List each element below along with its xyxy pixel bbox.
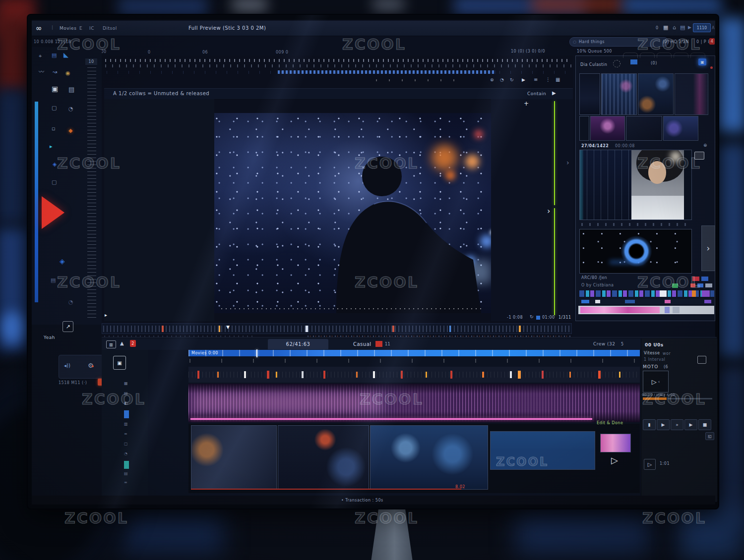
viewer-tab-label[interactable]: A 1/2 collws = Unmuted & released <box>113 91 209 96</box>
side-flyout-panel[interactable]: › <box>701 225 715 271</box>
space-monitor[interactable] <box>579 229 692 274</box>
tool-card2-icon[interactable]: ▤ <box>51 278 56 283</box>
timeline-clip-3[interactable] <box>370 425 488 490</box>
timeline-center-label[interactable]: Casual <box>353 341 372 347</box>
scroll-playhead-icon[interactable]: ▼ <box>226 325 230 330</box>
timeline-panel-icon[interactable]: ▥ <box>106 340 116 348</box>
timeline-clip-4[interactable] <box>490 431 595 470</box>
crosshair-icon[interactable]: + <box>524 100 529 107</box>
tool-page-icon[interactable]: ▢ <box>52 105 57 111</box>
bin-loupe-icon[interactable]: ⊕ <box>703 143 707 148</box>
speaker-icon[interactable]: ◂)) <box>64 363 70 368</box>
inspector-preview-box[interactable]: ▷ ‹ <box>643 371 669 392</box>
track-icon-1[interactable]: ▦ <box>124 382 128 386</box>
dashed-circle-icon[interactable] <box>613 60 620 67</box>
big-play-marker[interactable] <box>42 196 64 229</box>
bin-thumb-1[interactable] <box>601 73 637 115</box>
tool-orb-icon[interactable]: ◉ <box>65 70 70 76</box>
track-icon-6[interactable]: ▢ <box>124 442 128 446</box>
app-logo-icon[interactable]: ∞ <box>36 24 42 33</box>
timeline-playhead[interactable] <box>256 349 257 357</box>
tool-panel-icon[interactable]: ▤ <box>68 86 74 93</box>
viewer-plus-icon[interactable]: ⊕ <box>490 78 494 82</box>
active-view-icon[interactable]: ▣ <box>698 58 706 65</box>
tool-box-icon[interactable]: ▢ <box>52 179 57 185</box>
clip-play-overlay-icon[interactable]: ▷ <box>611 455 618 465</box>
tool-ramp-icon[interactable]: ◣ <box>63 52 68 58</box>
bin-thumb-4[interactable] <box>579 116 589 141</box>
bin-thumb-sliver[interactable] <box>579 73 600 115</box>
track-chip-blue[interactable] <box>124 410 129 418</box>
film-ruler-top[interactable] <box>105 59 571 62</box>
left-edge-play-marker[interactable]: ▸ <box>105 312 108 318</box>
panel-expand-chevron-dim[interactable]: › <box>566 159 569 167</box>
program-monitor-frame[interactable] <box>214 113 491 313</box>
mini-play-button[interactable]: ▷ <box>644 459 656 470</box>
timeline-clip-2[interactable] <box>278 425 369 490</box>
search-box[interactable]: ○ Hard things <box>569 37 669 47</box>
timeline-clip-1[interactable] <box>191 425 277 490</box>
notification-badge[interactable]: 4 <box>709 38 715 45</box>
play-mini-icon[interactable]: ▶ <box>688 25 691 30</box>
viewer-dots-icon[interactable]: ⋮ <box>546 77 551 82</box>
menu-item-ic[interactable]: IC <box>89 26 94 31</box>
project-tab-bump[interactable] <box>674 53 688 58</box>
tool-play-icon[interactable]: ▸ <box>50 144 53 149</box>
bin-thumb-3[interactable] <box>675 73 708 115</box>
segment-strip-blue[interactable] <box>278 70 496 74</box>
tool-mask-icon[interactable]: ▣ <box>52 85 58 92</box>
clip-strip-sparse[interactable] <box>579 299 714 304</box>
tool-moon-icon[interactable]: ◔ <box>68 106 73 112</box>
panel-expand-chevron[interactable]: › <box>547 206 551 216</box>
preview-toggle-icon[interactable]: ▣ <box>113 356 126 370</box>
clip-row-2[interactable]: O by Cistbiana <box>581 283 614 287</box>
viewer-tab-play-icon[interactable]: ▶ <box>552 91 556 96</box>
transport-play-button[interactable]: ▶ <box>657 419 670 430</box>
tool-flame-icon[interactable]: ◆ <box>68 128 72 133</box>
transport-stop-button[interactable]: ■ <box>698 419 711 430</box>
source-pip-icon[interactable] <box>694 152 704 160</box>
workspace-grid-icon[interactable]: ▦ <box>663 25 668 30</box>
viewer-refresh-icon[interactable]: ↻ <box>510 78 514 82</box>
track-icon-4[interactable]: ▥ <box>124 422 128 426</box>
export-button[interactable]: ↗ <box>62 321 73 332</box>
inspector-checkbox[interactable] <box>697 356 706 364</box>
menu-item-movies[interactable]: Movies <box>60 26 76 31</box>
monitor-controls-row[interactable]: 10 (0) (3 0) 0/0 <box>511 49 545 54</box>
tool-ripple-icon[interactable]: 〰 <box>39 69 44 75</box>
audio-waveform-track[interactable] <box>188 384 640 422</box>
viewer-grid-icon[interactable]: ▦ <box>556 77 560 82</box>
track-icon-5[interactable]: ≡ <box>124 432 127 436</box>
home-icon[interactable]: ⌂ <box>673 25 676 30</box>
tool-chip-icon[interactable]: ▫ <box>52 126 55 131</box>
transport-pause-button[interactable]: ▮ <box>643 419 656 430</box>
left-blue-slider[interactable] <box>35 102 38 302</box>
timecode-pill[interactable]: 1110 <box>693 23 711 32</box>
track-icon-9[interactable]: ≡ <box>124 481 127 485</box>
transport-play2-button[interactable]: ▶ <box>684 419 697 430</box>
frame-scrub-dashes[interactable] <box>221 308 484 309</box>
sequence-tab[interactable]: 62/41:63 <box>268 339 328 349</box>
viewer-menu-icon[interactable]: ≡ <box>534 77 538 82</box>
track-icon-7[interactable]: ◔ <box>124 452 127 456</box>
inspector-field1-label[interactable]: Vitesse <box>644 351 660 355</box>
inspector-field1-value[interactable]: wor <box>663 351 671 356</box>
track-icon-8[interactable]: ▤ <box>124 472 128 476</box>
timeline-clip-5[interactable] <box>600 434 631 452</box>
film-ruler-bottom[interactable] <box>105 64 571 67</box>
vertical-ruler[interactable] <box>87 67 96 319</box>
viewer-loop-icon[interactable]: ↻ <box>530 315 534 319</box>
transport-fit-button[interactable]: ◱ <box>705 432 714 440</box>
fit-mode-label[interactable]: Contain <box>527 91 546 96</box>
menu-item-e[interactable]: E <box>79 26 82 31</box>
edit-done-label[interactable]: Edit & Done <box>597 421 623 425</box>
track-icon-3[interactable]: ◧ <box>124 401 128 405</box>
timeline-hat-icon[interactable]: ▲ <box>120 341 124 346</box>
viewer-moon-icon[interactable]: ◔ <box>500 78 504 82</box>
render-progress-bar[interactable] <box>643 397 667 400</box>
bin-thumb-7[interactable] <box>663 116 698 141</box>
card-icon[interactable]: ▤ <box>680 25 685 30</box>
tool-cursor-icon[interactable]: ⌖ <box>39 54 42 59</box>
tool-gem-icon[interactable]: ◈ <box>53 162 57 167</box>
audio-gear-panel[interactable]: ◂)) ⚙ <box>59 355 103 379</box>
